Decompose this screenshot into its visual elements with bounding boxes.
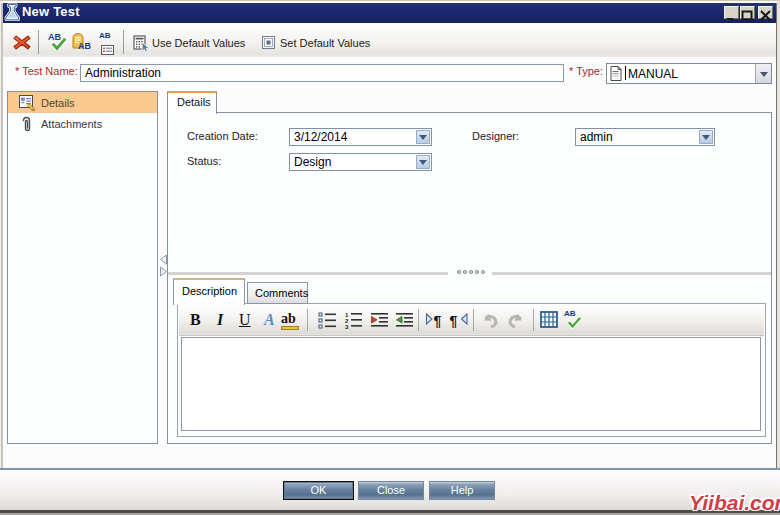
svg-text:¶: ¶: [450, 313, 458, 329]
svg-text:3: 3: [345, 324, 349, 330]
svg-text:¶: ¶: [434, 313, 442, 329]
